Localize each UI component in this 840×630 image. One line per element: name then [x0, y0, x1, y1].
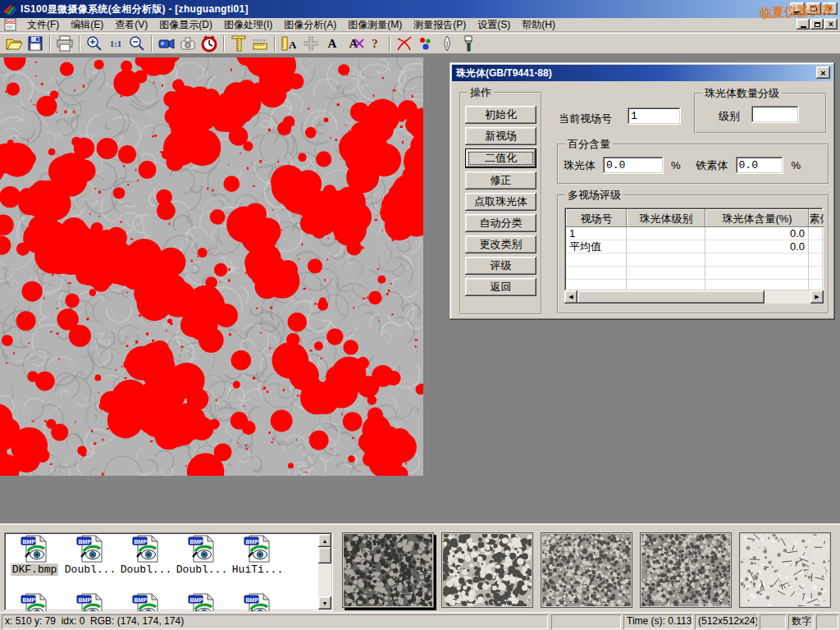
dialog-close-button[interactable]: ×	[816, 66, 830, 79]
scroll-right-button[interactable]: ▶	[810, 290, 824, 304]
op-button[interactable]: 修正	[465, 171, 536, 189]
table-row[interactable]: 10.0	[566, 227, 822, 240]
help-button[interactable]: ?	[364, 34, 386, 53]
application-window: IS100显微摄像系统(金相分析版) - [zhuguangti01] × 临夏…	[0, 0, 840, 630]
pearlite-percent-input[interactable]	[603, 157, 664, 174]
op-button[interactable]: 更改类别	[465, 235, 536, 253]
video-capture-button[interactable]	[156, 34, 177, 53]
file-item[interactable]: BMPDoubl...	[118, 535, 174, 576]
menu-item[interactable]: 帮助(H)	[516, 18, 561, 31]
pearlite-label: 珠光体	[564, 158, 596, 173]
minimize-button[interactable]	[790, 2, 805, 15]
bmp-file-icon: BMP	[132, 535, 160, 563]
print-button[interactable]	[54, 34, 75, 53]
menu-item[interactable]: 图像分析(A)	[278, 18, 342, 31]
dialog-title-bar[interactable]: 珠光体(GB/T9441-88) ×	[452, 65, 833, 81]
app-icon[interactable]	[2, 2, 17, 16]
table-cell	[627, 227, 705, 240]
scrollbar-track[interactable]	[765, 290, 810, 304]
menu-item[interactable]: 设置(S)	[472, 18, 516, 31]
restore-button[interactable]	[806, 2, 821, 15]
op-button[interactable]: 返回	[465, 278, 536, 296]
timer-button[interactable]	[199, 34, 220, 53]
op-button[interactable]: 自动分类	[465, 214, 536, 232]
snapshot-button[interactable]	[177, 34, 199, 53]
delete-text-button[interactable]: A	[343, 34, 364, 53]
file-item[interactable]: BMP	[118, 593, 174, 611]
workspace: 珠光体(GB/T9441-88) × 操作 初始化新视场二值化修正点取珠光体自动…	[0, 54, 840, 523]
file-item[interactable]: BMP	[62, 593, 118, 611]
pen-tool-button[interactable]	[436, 34, 458, 53]
op-button[interactable]: 点取珠光体	[465, 193, 536, 211]
image-size-status: (512x512x24)	[695, 614, 757, 629]
file-list-scrollbar[interactable]: ▲ ▼	[318, 534, 331, 609]
zoom-out-button[interactable]	[126, 34, 148, 53]
table-row[interactable]	[566, 253, 822, 267]
table-horizontal-scrollbar[interactable]: ◀ ▶	[564, 290, 824, 304]
table-cell	[566, 253, 627, 267]
op-button[interactable]: 评级	[465, 257, 536, 275]
menu-item[interactable]: 图像处理(I)	[218, 18, 278, 31]
annotate-measure-button[interactable]: A	[279, 34, 300, 53]
file-item[interactable]: BMPDoubl...	[62, 535, 118, 576]
child-close-button[interactable]: ×	[824, 19, 838, 30]
file-item[interactable]: BMPHuiTi...	[230, 535, 285, 576]
menu-item[interactable]: 图像测量(M)	[342, 18, 408, 31]
window-title: IS100显微摄像系统(金相分析版) - [zhuguangti01]	[21, 2, 249, 16]
scroll-up-button[interactable]: ▲	[318, 534, 331, 547]
move-tool-button[interactable]	[300, 34, 322, 53]
menu-item[interactable]: 测量报告(P)	[408, 18, 472, 31]
ruler-measure-button[interactable]	[249, 34, 271, 53]
ferrite-percent-input[interactable]	[736, 157, 783, 174]
child-minimize-button[interactable]	[797, 19, 810, 30]
table-cell	[705, 267, 809, 280]
menu-item[interactable]: 编辑(E)	[65, 18, 109, 31]
caliper-measure-button[interactable]	[228, 34, 249, 53]
save-button[interactable]	[25, 34, 46, 53]
scrollbar-thumb[interactable]	[578, 290, 765, 304]
file-item[interactable]: BMP	[174, 593, 230, 611]
image-thumbnail[interactable]	[640, 532, 732, 608]
table-row[interactable]	[566, 267, 822, 280]
column-header: 珠光体级别	[627, 209, 705, 227]
curve-measure-button[interactable]	[394, 34, 415, 53]
scroll-left-button[interactable]: ◀	[564, 290, 578, 304]
menu-item[interactable]: 文件(F)	[21, 18, 65, 31]
op-button[interactable]: 初始化	[465, 106, 536, 124]
open-button[interactable]	[3, 34, 25, 53]
document-icon[interactable]: DOC	[3, 18, 18, 31]
actual-size-button[interactable]: 1:1	[105, 34, 126, 53]
table-cell: 0.0	[705, 227, 809, 240]
toolbar-separator	[274, 35, 276, 52]
table-row[interactable]	[566, 280, 822, 291]
file-item[interactable]: BMPDoubl...	[174, 535, 230, 576]
svg-text:BMP: BMP	[135, 597, 148, 603]
op-button[interactable]: 二值化	[465, 148, 536, 168]
menu-item[interactable]: 图像显示(D)	[153, 18, 218, 31]
table-cell	[705, 280, 809, 291]
child-restore-button[interactable]	[810, 19, 824, 30]
point-marker-button[interactable]	[415, 34, 436, 53]
zoom-in-button[interactable]	[84, 34, 105, 53]
current-field-input[interactable]	[628, 107, 681, 125]
table-row[interactable]: 平均值0.0	[566, 240, 822, 253]
micrograph-image[interactable]	[0, 57, 423, 476]
scrollbar-thumb[interactable]	[318, 547, 331, 564]
menu-item[interactable]: 查看(V)	[109, 18, 153, 31]
op-button[interactable]: 新视场	[465, 127, 536, 145]
image-thumbnail[interactable]	[739, 532, 831, 608]
close-button[interactable]: ×	[823, 2, 838, 15]
brush-tool-button[interactable]	[458, 34, 479, 53]
file-name: Doubl...	[63, 564, 117, 576]
image-thumbnail[interactable]	[342, 532, 434, 608]
bmp-file-icon: BMP	[244, 535, 272, 563]
file-item[interactable]: BMP	[7, 593, 62, 611]
file-item[interactable]: BMPDKF.bmp	[7, 535, 62, 576]
grade-input[interactable]	[751, 106, 799, 123]
file-item[interactable]: BMP	[230, 593, 285, 611]
text-tool-button[interactable]: A	[322, 34, 343, 53]
scroll-down-button[interactable]: ▼	[318, 596, 331, 609]
svg-text:BMP: BMP	[246, 597, 259, 603]
image-thumbnail[interactable]	[541, 532, 632, 608]
image-thumbnail[interactable]	[441, 532, 533, 608]
